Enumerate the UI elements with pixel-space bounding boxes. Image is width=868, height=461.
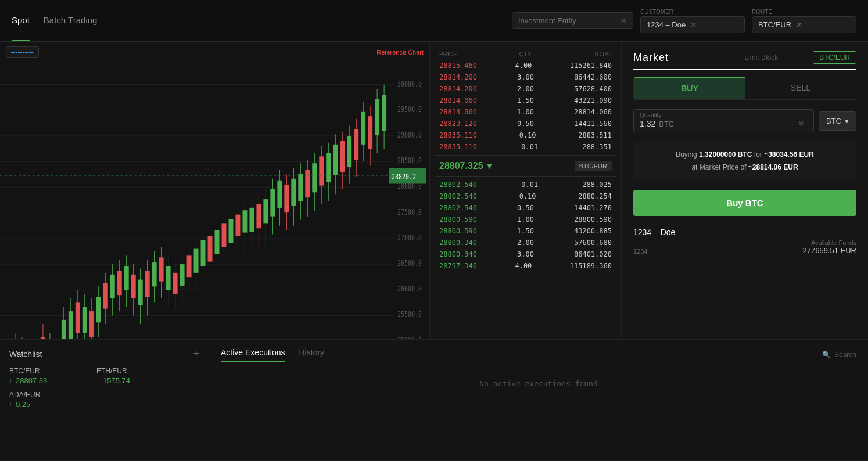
watchlist-add-icon[interactable]: + (193, 348, 199, 360)
ob-sell-row[interactable]: 28815.460 4.00 115261.840 (435, 60, 616, 71)
filter-bar: ✕ Customer 1234 – Doe ✕ Route BTC/EUR ✕ (512, 9, 856, 33)
order-info: Buying 1.32000000 BTC for ~38034.56 EUR … (633, 142, 856, 181)
svg-rect-105 (124, 266, 129, 290)
quantity-input-wrap[interactable]: Quantity 1.32 BTC ✕ (633, 109, 814, 132)
route-clear-icon[interactable]: ✕ (796, 20, 802, 29)
ob-buy-total: 14401.270 (574, 204, 612, 212)
tab-history[interactable]: History (299, 348, 325, 362)
quantity-clear-icon[interactable]: ✕ (798, 120, 804, 128)
ob-sell-row[interactable]: 28814.200 2.00 57628.400 (435, 83, 616, 95)
svg-rect-165 (333, 145, 338, 175)
customer-value: 1234 – Doe (647, 20, 686, 29)
ob-sell-total: 28814.060 (574, 108, 612, 116)
investment-entity-clear-icon[interactable]: ✕ (620, 16, 627, 25)
watchlist-item-btceur[interactable]: BTC/EUR ↑ 28807.33 (9, 367, 79, 385)
customer-input-wrap[interactable]: 1234 – Doe ✕ (640, 16, 745, 33)
ob-sell-qty: 0.10 (519, 131, 536, 139)
ob-buy-qty: 0.10 (519, 192, 536, 200)
watchlist-price-etheur: 1575.74 (103, 376, 130, 385)
exec-search[interactable]: 🔍 Search (822, 351, 856, 359)
ob-buy-qty: 0.50 (517, 204, 534, 212)
ob-buy-row[interactable]: 28800.590 1.50 43200.885 (435, 225, 616, 237)
ob-buy-price: 28802.540 (439, 204, 477, 212)
ob-sell-price: 28815.460 (439, 62, 477, 70)
ob-sell-price: 28835.110 (439, 143, 477, 151)
ob-buy-row[interactable]: 28802.540 0.10 2880.254 (435, 190, 616, 202)
svg-text:25500.0: 25500.0 (397, 309, 422, 319)
order-info-at: at Market Price of (691, 163, 748, 171)
investment-entity-input[interactable] (518, 16, 616, 25)
svg-rect-113 (152, 262, 157, 286)
ob-buy-row[interactable]: 28797.340 4.00 115189.360 (435, 260, 616, 272)
ob-buy-row[interactable]: 28800.340 2.00 57600.680 (435, 237, 616, 248)
currency-select[interactable]: BTC ▾ (819, 111, 856, 131)
watchlist-item-adaeur[interactable]: ADA/EUR ↑ 0.25 (9, 391, 79, 409)
tab-spot[interactable]: Spot (12, 0, 30, 41)
ob-mid-price-row[interactable]: 28807.325 ▾ BTC/EUR (435, 155, 616, 177)
search-label: Search (834, 351, 856, 359)
ob-buy-total: 288.025 (582, 181, 612, 189)
executions-section: Active Executions History 🔍 Search No ac… (209, 339, 868, 461)
svg-rect-89 (69, 311, 73, 341)
ob-col-price: Price (439, 51, 457, 57)
ob-buy-row[interactable]: 28802.540 0.01 288.025 (435, 179, 616, 190)
market-pair-badge[interactable]: BTC/EUR (813, 51, 856, 64)
svg-text:26500.0: 26500.0 (397, 258, 422, 268)
svg-rect-97 (96, 297, 101, 322)
order-info-eur-total: ~38034.56 EUR (764, 150, 814, 159)
currency-select-value: BTC (826, 117, 841, 125)
ob-sell-row[interactable]: 28823.120 0.50 14411.560 (435, 118, 616, 129)
svg-text:28820.2: 28820.2 (392, 171, 416, 182)
watchlist-price-adaeur: 0.25 (16, 400, 30, 409)
sell-tab[interactable]: SELL (745, 77, 856, 99)
ob-buy-qty: 4.00 (515, 262, 532, 270)
chart-top-bar: ▪▪▪▪▪▪▪▪▪▪ Reference Chart (6, 46, 424, 58)
svg-text:28000.0: 28000.0 (397, 181, 422, 191)
account-funds-row: 1234 Available Funds 277659.51 EUR (633, 239, 856, 255)
ob-sell-qty: 0.50 (517, 120, 534, 128)
chart-indicator-strip[interactable]: ▪▪▪▪▪▪▪▪▪▪ (6, 46, 39, 58)
svg-rect-129 (208, 236, 213, 261)
route-input-wrap[interactable]: BTC/EUR ✕ (752, 16, 856, 33)
ob-buy-row[interactable]: 28802.540 0.50 14401.270 (435, 202, 616, 214)
buy-tab[interactable]: BUY (634, 77, 745, 99)
executions-header: Active Executions History 🔍 Search (221, 348, 856, 362)
ob-buy-total: 28800.590 (574, 215, 612, 224)
reference-chart-label: Reference Chart (376, 49, 424, 56)
ob-sell-row[interactable]: 28814.200 3.00 86442.600 (435, 71, 616, 83)
watchlist-item-etheur[interactable]: ETH/EUR ↑ 1575.74 (96, 367, 166, 385)
ob-sell-qty: 0.01 (521, 143, 538, 151)
quantity-label: Quantity (640, 112, 661, 118)
buy-button[interactable]: Buy BTC (633, 190, 856, 216)
ob-sell-row[interactable]: 28814.060 1.50 43221.090 (435, 95, 616, 106)
ob-sell-row[interactable]: 28835.110 0.10 2883.511 (435, 129, 616, 141)
bottom-row: Watchlist + BTC/EUR ↑ 28807.33 ETH/EUR ↑… (0, 339, 868, 461)
svg-rect-171 (354, 129, 358, 160)
nav-tabs: Spot Batch Trading (12, 0, 97, 41)
customer-label: Customer (640, 9, 745, 15)
ob-sell-price: 28814.200 (439, 85, 477, 93)
investment-entity-input-wrap[interactable]: ✕ (512, 12, 633, 29)
svg-rect-133 (221, 223, 226, 247)
watchlist-arrow-adaeur: ↑ (9, 401, 12, 408)
ob-sell-row[interactable]: 28835.110 0.01 288.351 (435, 141, 616, 153)
svg-rect-125 (194, 249, 199, 273)
svg-rect-117 (166, 266, 171, 290)
ob-buy-row[interactable]: 28800.340 3.00 86401.020 (435, 248, 616, 260)
ob-buy-qty: 3.00 (517, 250, 534, 258)
ob-sell-row[interactable]: 28814.060 1.00 28814.060 (435, 106, 616, 118)
market-title: Market (633, 52, 669, 64)
svg-rect-179 (382, 95, 386, 131)
svg-text:27500.0: 27500.0 (397, 207, 422, 217)
ob-sell-total: 115261.840 (570, 62, 612, 70)
svg-rect-93 (83, 307, 87, 333)
ob-buy-qty: 1.00 (517, 215, 534, 224)
ob-sell-price: 28814.060 (439, 108, 477, 116)
tab-batch-trading[interactable]: Batch Trading (44, 0, 98, 41)
chart-controls: ▪▪▪▪▪▪▪▪▪▪ (6, 46, 39, 58)
sell-orders: 28815.460 4.00 115261.840 28814.200 3.00… (435, 60, 616, 153)
tab-active-executions[interactable]: Active Executions (221, 348, 285, 362)
customer-clear-icon[interactable]: ✕ (690, 20, 697, 29)
svg-text:29000.0: 29000.0 (397, 129, 422, 140)
ob-buy-row[interactable]: 28800.590 1.00 28800.590 (435, 214, 616, 225)
